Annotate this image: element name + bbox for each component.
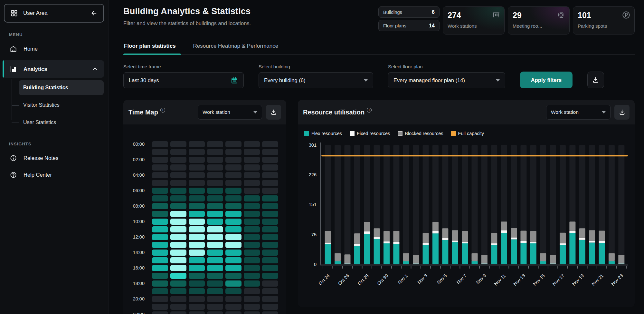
bar-segment bbox=[579, 228, 585, 238]
x-tick-label: Nov 7 bbox=[456, 273, 468, 285]
menu-section-label: MENU bbox=[9, 32, 109, 37]
sidebar-item-release-notes[interactable]: Release Notes bbox=[0, 150, 109, 166]
bar-segment bbox=[335, 253, 341, 261]
heatmap-cell bbox=[170, 250, 186, 256]
heatmap-cell bbox=[152, 280, 168, 287]
bar-segment bbox=[472, 253, 478, 261]
heatmap-cell bbox=[225, 226, 242, 232]
utilisation-download-button[interactable] bbox=[614, 105, 630, 120]
heatmap-cell bbox=[244, 226, 260, 232]
bar-segment bbox=[462, 242, 468, 243]
bar-segment bbox=[491, 243, 497, 245]
time-map-panel: Time Map i Work station 00:0002:0004:000… bbox=[123, 100, 286, 314]
heatmap-cell bbox=[189, 280, 205, 287]
chevron-up-icon bbox=[92, 66, 98, 72]
time-map-resource-select[interactable]: Work station bbox=[198, 105, 262, 120]
stat-label: Parking spots bbox=[578, 23, 630, 29]
parking-icon bbox=[622, 11, 630, 21]
heatmap-cell bbox=[152, 188, 168, 194]
heatmap-cell bbox=[262, 250, 278, 256]
bar-segment bbox=[618, 255, 624, 263]
workspace-label: User Area bbox=[23, 10, 90, 16]
bar-segment bbox=[609, 253, 615, 261]
heatmap-cell bbox=[170, 257, 186, 263]
heatmap-cell bbox=[207, 250, 223, 256]
bar-segment bbox=[520, 231, 526, 241]
heatmap-cell bbox=[244, 265, 260, 271]
heatmap-cell bbox=[207, 203, 223, 209]
heatmap-cell bbox=[262, 195, 278, 201]
bar-segment bbox=[335, 261, 341, 261]
utilisation-chart: 075151226301Oct 24Oct 26Oct 28Oct 30Nov … bbox=[304, 139, 629, 300]
heatmap-cell bbox=[189, 203, 205, 209]
time-map-download-button[interactable] bbox=[266, 105, 281, 120]
bar-track bbox=[335, 145, 341, 264]
download-filters-button[interactable] bbox=[587, 72, 604, 88]
download-icon bbox=[270, 109, 277, 116]
heatmap-cell bbox=[189, 219, 205, 225]
arrow-left-icon[interactable] bbox=[90, 10, 98, 17]
legend-swatch bbox=[304, 131, 309, 136]
time-frame-input[interactable]: Last 30 days bbox=[123, 72, 244, 88]
heatmap-cell bbox=[225, 141, 242, 147]
sidebar-item-analytics[interactable]: Analytics bbox=[3, 60, 104, 78]
heatmap-cell bbox=[189, 304, 205, 310]
x-tick-label: Nov 9 bbox=[475, 273, 487, 285]
filters-bar: Select time frame Last 30 days Select bu… bbox=[123, 64, 635, 88]
heatmap-cell bbox=[207, 280, 223, 287]
bar-segment bbox=[364, 231, 370, 234]
building-select[interactable]: Every building (6) bbox=[259, 72, 373, 88]
panels: Time Map i Work station 00:0002:0004:000… bbox=[123, 100, 635, 314]
heatmap-cell bbox=[244, 203, 260, 209]
heatmap-cell bbox=[262, 265, 278, 271]
sidebar-item-building-statistics[interactable]: Building Statistics bbox=[19, 80, 104, 95]
workspace-switcher[interactable]: User Area bbox=[4, 4, 104, 23]
bar-segment bbox=[393, 244, 399, 264]
bar-segment bbox=[393, 231, 399, 242]
bar-segment bbox=[530, 231, 536, 242]
heatmap-cell bbox=[244, 195, 260, 201]
page-header: Building Analytics & Statistics Filter a… bbox=[123, 6, 635, 34]
heatmap-time-label: 00:00 bbox=[130, 141, 150, 147]
info-icon[interactable]: i bbox=[160, 108, 165, 113]
bar-segment bbox=[442, 238, 448, 240]
legend-label: Fixed resources bbox=[357, 131, 390, 136]
bar-segment bbox=[413, 263, 419, 263]
bar-segment bbox=[589, 230, 595, 241]
heatmap-cell bbox=[152, 195, 168, 201]
bar-segment bbox=[393, 242, 399, 244]
heatmap-cell bbox=[189, 311, 205, 314]
info-icon[interactable]: i bbox=[367, 108, 372, 113]
legend-item: Flex resources bbox=[304, 131, 342, 136]
heatmap-cell bbox=[244, 250, 260, 256]
sidebar-item-help-center[interactable]: Help Center bbox=[0, 166, 109, 183]
heatmap-cell bbox=[152, 172, 168, 178]
bar-segment bbox=[511, 237, 517, 239]
bar-segment bbox=[384, 241, 390, 243]
heatmap-cell bbox=[207, 141, 223, 147]
heatmap-time-label bbox=[130, 164, 150, 171]
heatmap-cell bbox=[244, 157, 260, 163]
sidebar-item-label: Help Center bbox=[24, 172, 52, 178]
floor-plan-select[interactable]: Every managed floor plan (14) bbox=[388, 72, 505, 88]
sidebar-item-visitor-statistics[interactable]: Visitor Statistics bbox=[19, 98, 104, 113]
utilisation-resource-select[interactable]: Work station bbox=[546, 105, 611, 120]
bar-segment bbox=[618, 263, 624, 263]
tab-bar: Floor plan statistics Resource Heatmap &… bbox=[123, 40, 635, 55]
tab-floor-plan-statistics[interactable]: Floor plan statistics bbox=[123, 40, 176, 54]
legend-item: Full capacity bbox=[451, 131, 484, 136]
sidebar-item-user-statistics[interactable]: User Statistics bbox=[19, 115, 104, 130]
sidebar-item-home[interactable]: Home bbox=[0, 40, 109, 57]
x-tick-label: Oct 28 bbox=[356, 273, 370, 286]
apply-filters-button[interactable]: Apply filters bbox=[520, 72, 573, 88]
tab-resource-heatmap-performance[interactable]: Resource Heatmap & Performance bbox=[193, 40, 279, 54]
bar-segment bbox=[550, 264, 556, 264]
x-tick-label: Oct 30 bbox=[376, 273, 389, 286]
heatmap-cell bbox=[262, 188, 278, 194]
resource-utilisation-panel: Resource utilisation i Work station Flex… bbox=[298, 100, 635, 307]
heatmap-cell bbox=[244, 304, 260, 310]
bar-segment bbox=[354, 233, 360, 244]
time-map-title-wrap: Time Map i bbox=[128, 109, 165, 116]
x-tick-label: Nov 21 bbox=[591, 273, 604, 287]
heatmap-time-label: 20:00 bbox=[130, 296, 150, 302]
